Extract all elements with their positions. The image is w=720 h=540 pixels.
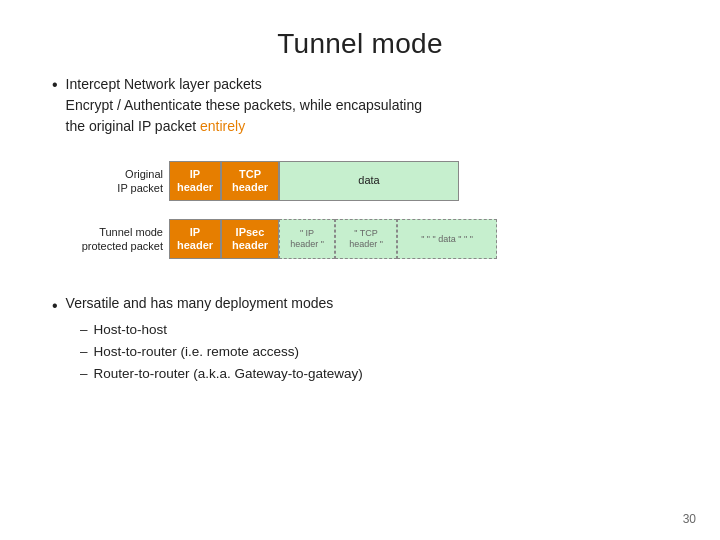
bullet-1-text: Intercept Network layer packets Encrypt … (66, 74, 672, 137)
bullet-2-main-text: Versatile and has many deployment modes (66, 295, 334, 311)
original-ip-block: IPheader (169, 161, 221, 201)
slide: Tunnel mode • Intercept Network layer pa… (0, 0, 720, 540)
bullet-dot-2: • (52, 295, 58, 317)
tunnel-quoted-ip-block: " IPheader " (279, 219, 335, 259)
bullet-1-line3: the original IP packet (66, 118, 200, 134)
tunnel-ipsec-block: IPsecheader (221, 219, 279, 259)
bullet-2-main: • Versatile and has many deployment mode… (52, 295, 672, 317)
bullet-1-line2: Encrypt / Authenticate these packets, wh… (66, 97, 422, 113)
bullet-1: • Intercept Network layer packets Encryp… (52, 74, 672, 137)
original-label-2: IP packet (117, 182, 163, 194)
original-packet-row: Original IP packet IPheader TCPheader da… (68, 161, 672, 201)
bullet-dot-1: • (52, 74, 58, 96)
original-tcp-block: TCPheader (221, 161, 279, 201)
dash-2: – (80, 341, 88, 363)
dash-1: – (80, 319, 88, 341)
bullet-2-section: • Versatile and has many deployment mode… (52, 295, 672, 384)
page-number: 30 (683, 512, 696, 526)
bullet-2-item-3-text: Router-to-router (a.k.a. Gateway-to-gate… (94, 363, 363, 385)
tunnel-packet-blocks: IPheader IPsecheader " IPheader " " TCPh… (169, 219, 497, 259)
original-packet-blocks: IPheader TCPheader data (169, 161, 459, 201)
bullet-2-item-2-text: Host-to-router (i.e. remote access) (94, 341, 300, 363)
bullet-2-item-1: – Host-to-host (80, 319, 672, 341)
bullet-2-item-1-text: Host-to-host (94, 319, 168, 341)
bullet-1-line1: Intercept Network layer packets (66, 76, 262, 92)
tunnel-label-1: Tunnel mode (99, 226, 163, 238)
tunnel-label-2: protected packet (82, 240, 163, 252)
tunnel-quoted-tcp-block: " TCPheader " (335, 219, 397, 259)
tunnel-quoted-data-block: " " " data " " " (397, 219, 497, 259)
tunnel-packet-row: Tunnel mode protected packet IPheader IP… (68, 219, 672, 259)
original-label-1: Original (125, 168, 163, 180)
bullet-2-item-2: – Host-to-router (i.e. remote access) (80, 341, 672, 363)
bullet-1-highlight: entirely (200, 118, 245, 134)
diagram-area: Original IP packet IPheader TCPheader da… (68, 161, 672, 271)
slide-title: Tunnel mode (48, 28, 672, 60)
original-data-block: data (279, 161, 459, 201)
tunnel-packet-label: Tunnel mode protected packet (68, 225, 163, 254)
dash-3: – (80, 363, 88, 385)
bullet-2-item-3: – Router-to-router (a.k.a. Gateway-to-ga… (80, 363, 672, 385)
bullet-1-section: • Intercept Network layer packets Encryp… (48, 74, 672, 137)
original-packet-label: Original IP packet (68, 167, 163, 196)
tunnel-ip-block: IPheader (169, 219, 221, 259)
